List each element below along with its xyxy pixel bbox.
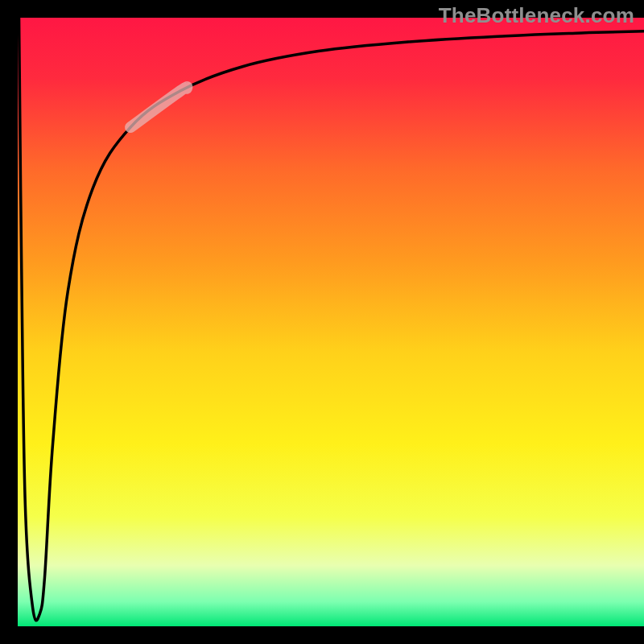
chart-frame: TheBottleneck.com bbox=[0, 0, 644, 644]
plot-background bbox=[18, 18, 644, 626]
chart-svg bbox=[0, 0, 644, 644]
watermark-label: TheBottleneck.com bbox=[439, 3, 634, 28]
